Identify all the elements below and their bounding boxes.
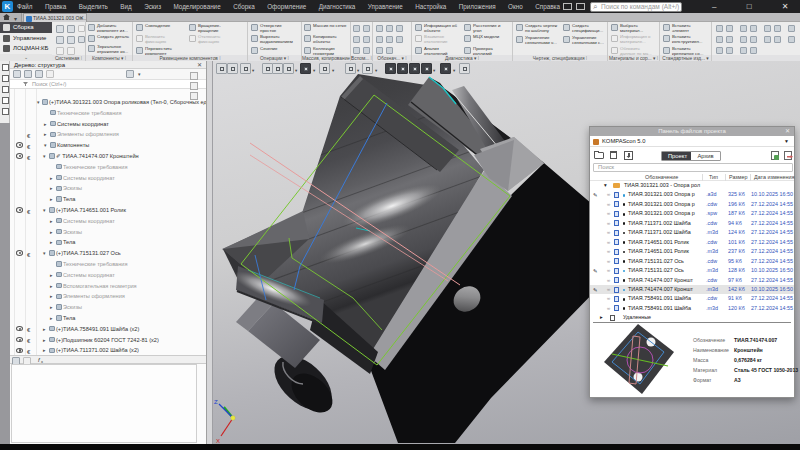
svg-text:Z: Z (214, 399, 218, 405)
